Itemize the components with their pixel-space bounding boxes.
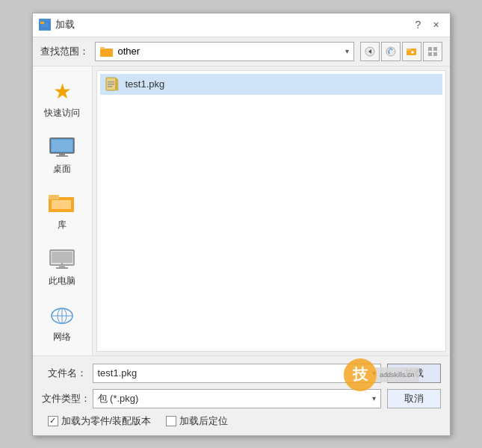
sidebar-item-quick-access[interactable]: ★ 快速访问 [33, 74, 92, 124]
filetype-row: 文件类型： 包 (*.pkg) ▾ 取消 [42, 389, 441, 408]
filetype-value: 包 (*.pkg) [98, 392, 372, 405]
sidebar-item-computer[interactable]: 此电脑 [33, 242, 92, 292]
location-value: other [118, 46, 341, 57]
checkbox2-label: 加载后定位 [179, 414, 228, 428]
svg-point-27 [61, 263, 63, 264]
title-buttons: ? × [411, 17, 444, 32]
checkbox-load-version[interactable]: ✓ 加载为零件/装配版本 [48, 414, 152, 428]
svg-rect-36 [108, 84, 114, 85]
filename-label: 文件名： [42, 367, 87, 380]
sidebar-label-library: 库 [58, 219, 67, 231]
sidebar-label-network: 网络 [53, 331, 71, 343]
sidebar-item-desktop[interactable]: 桌面 [33, 130, 92, 180]
title-bar-left: 加载 [39, 18, 75, 31]
filename-combo[interactable]: test1.pkg ▾ [93, 364, 381, 383]
svg-rect-13 [433, 47, 437, 51]
bottom-form: 文件名： test1.pkg ▾ 加载 文件类型： 包 (*.pkg) ▾ 取消 [33, 355, 450, 435]
load-button[interactable]: 加载 [387, 364, 441, 383]
filetype-combo[interactable]: 包 (*.pkg) ▾ [93, 389, 381, 408]
svg-rect-22 [52, 200, 71, 209]
refresh-button[interactable] [381, 42, 401, 61]
svg-rect-21 [49, 195, 59, 199]
svg-rect-9 [407, 49, 411, 51]
toolbar-buttons [360, 42, 442, 61]
location-label: 查找范围： [40, 45, 89, 58]
svg-rect-34 [116, 80, 118, 90]
toolbar-row: 查找范围： other ▾ [33, 37, 450, 66]
main-area: ★ 快速访问 桌面 [33, 66, 450, 355]
location-combo[interactable]: other ▾ [95, 42, 354, 61]
svg-rect-12 [428, 47, 432, 51]
sidebar-label-computer: 此电脑 [49, 275, 75, 287]
pkg-file-icon [105, 77, 120, 92]
sidebar-item-network[interactable]: 网络 [33, 298, 92, 348]
checkbox-row: ✓ 加载为零件/装配版本 加载后定位 [42, 414, 441, 428]
title-bar: 加载 ? × [33, 13, 450, 37]
svg-rect-26 [56, 267, 68, 269]
sidebar: ★ 快速访问 桌面 [33, 66, 93, 355]
view-mode-button[interactable] [423, 42, 442, 61]
svg-rect-14 [428, 52, 432, 56]
file-browser[interactable]: test1.pkg [96, 70, 446, 352]
checkbox1-label: 加载为零件/装配版本 [61, 414, 152, 428]
dialog-title: 加载 [55, 18, 75, 31]
filename-arrow-icon: ▾ [372, 369, 376, 377]
new-folder-button[interactable] [402, 42, 421, 61]
svg-rect-19 [56, 155, 68, 157]
svg-rect-4 [100, 47, 105, 49]
checkbox1-box[interactable]: ✓ [48, 416, 58, 426]
close-button[interactable]: × [429, 17, 444, 32]
checkbox2-box[interactable] [166, 416, 176, 426]
svg-rect-1 [40, 22, 44, 24]
load-dialog: 加载 ? × 查找范围： other ▾ [32, 13, 451, 436]
computer-icon [49, 246, 75, 273]
svg-rect-24 [52, 252, 72, 263]
filetype-arrow-icon: ▾ [372, 394, 376, 402]
desktop-icon [49, 134, 75, 161]
sidebar-item-library[interactable]: 库 [33, 186, 92, 236]
sidebar-label-desktop: 桌面 [53, 163, 71, 175]
filetype-label: 文件类型： [42, 392, 87, 405]
filename-value: test1.pkg [98, 367, 372, 379]
cancel-button[interactable]: 取消 [387, 389, 441, 408]
location-arrow-icon: ▾ [345, 47, 349, 55]
file-name: test1.pkg [126, 78, 165, 90]
library-icon [49, 190, 75, 217]
svg-rect-15 [433, 52, 437, 56]
svg-rect-35 [108, 81, 114, 83]
file-item[interactable]: test1.pkg [100, 74, 442, 95]
filename-row: 文件名： test1.pkg ▾ 加载 [42, 364, 441, 383]
checkbox-locate-after[interactable]: 加载后定位 [166, 414, 228, 428]
svg-rect-17 [52, 140, 72, 152]
svg-rect-37 [108, 86, 112, 87]
help-button[interactable]: ? [411, 17, 426, 32]
sidebar-label-quick-access: 快速访问 [44, 107, 80, 119]
back-button[interactable] [360, 42, 380, 61]
network-icon [49, 302, 75, 329]
dialog-icon [39, 19, 51, 31]
star-icon: ★ [49, 78, 75, 105]
svg-marker-33 [116, 78, 118, 80]
